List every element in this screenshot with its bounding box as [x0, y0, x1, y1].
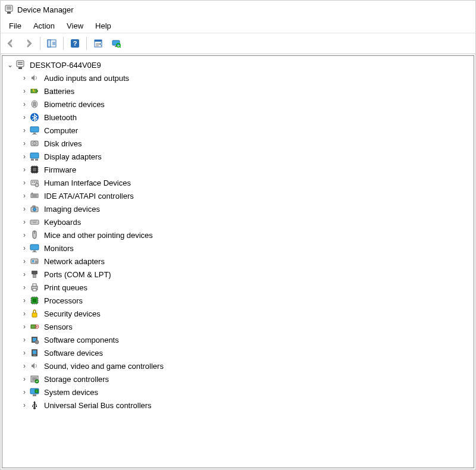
expander-icon[interactable]: ⌄	[6, 61, 14, 69]
tree-category-label: Bluetooth	[43, 112, 78, 123]
tree-category-label: Ports (COM & LPT)	[43, 270, 112, 280]
expander-icon[interactable]: ›	[20, 270, 29, 278]
tree-category-node[interactable]: ›Processors	[2, 294, 474, 307]
expander-icon[interactable]: ›	[20, 126, 29, 134]
expander-icon[interactable]: ›	[20, 296, 29, 305]
expander-icon[interactable]: ›	[20, 388, 29, 396]
camera-icon	[30, 204, 39, 214]
svg-rect-19	[37, 90, 38, 92]
tree-category-node[interactable]: ›Print queues	[2, 281, 474, 294]
tree-category-node[interactable]: ›Mice and other pointing devices	[2, 228, 474, 242]
expander-icon[interactable]: ›	[20, 309, 29, 318]
tree-category-node[interactable]: ›System devices	[2, 386, 474, 399]
speaker-icon	[30, 73, 39, 83]
tree-category-node[interactable]: ›Disk drives	[2, 137, 474, 150]
svg-rect-30	[35, 159, 38, 161]
tree-category-node[interactable]: ›Computer	[2, 124, 474, 137]
svg-rect-3	[7, 12, 11, 14]
expander-icon[interactable]: ›	[20, 349, 29, 357]
tree-category-node[interactable]: ›Biometric devices	[2, 98, 474, 111]
titlebar: Device Manager	[1, 1, 475, 18]
menu-file[interactable]: File	[3, 20, 27, 32]
expander-icon[interactable]: ›	[20, 205, 29, 213]
tree-category-node[interactable]: ›Audio inputs and outputs	[2, 71, 474, 84]
svg-rect-24	[32, 134, 37, 134]
scan-hardware-button[interactable]	[108, 36, 124, 51]
expander-icon[interactable]: ›	[20, 139, 29, 148]
forward-arrow-icon	[24, 39, 33, 48]
expander-icon[interactable]: ›	[20, 336, 29, 344]
sensor-icon	[30, 322, 39, 331]
tree-category-label: Processors	[43, 296, 84, 306]
expander-icon[interactable]: ›	[20, 362, 29, 370]
tree-category-node[interactable]: ›Keyboards	[2, 215, 474, 228]
tree-category-label: Storage controllers	[43, 374, 110, 384]
device-tree[interactable]: ⌄ DESKTOP-644V0E9 ›Audio inputs and outp…	[2, 55, 474, 468]
tree-category-node[interactable]: ›Human Interface Devices	[2, 176, 474, 189]
expander-icon[interactable]: ›	[20, 152, 29, 161]
svg-rect-71	[35, 390, 38, 393]
tree-category-node[interactable]: ›Display adapters	[2, 150, 474, 163]
tree-category-label: Firmware	[43, 165, 77, 175]
tree-category-node[interactable]: ›Sensors	[2, 320, 474, 333]
expander-icon[interactable]: ›	[20, 283, 29, 292]
menubar: File Action View Help	[1, 18, 475, 33]
window-title: Device Manager	[17, 5, 74, 14]
tree-category-node[interactable]: ›Network adapters	[2, 255, 474, 268]
expander-icon[interactable]: ›	[20, 218, 29, 226]
tree-category-node[interactable]: ›Software components	[2, 333, 474, 346]
tree-category-node[interactable]: ›Ports (COM & LPT)	[2, 268, 474, 281]
tree-root-node[interactable]: ⌄ DESKTOP-644V0E9	[2, 58, 474, 71]
expander-icon[interactable]: ›	[20, 257, 29, 265]
svg-rect-49	[32, 260, 34, 262]
expander-icon[interactable]: ›	[20, 244, 29, 252]
help-icon: ?	[70, 39, 80, 48]
tree-category-node[interactable]: ›Monitors	[2, 242, 474, 255]
expander-icon[interactable]: ›	[20, 113, 29, 121]
forward-button[interactable]	[21, 36, 36, 51]
expander-icon[interactable]: ›	[20, 322, 29, 331]
menu-action[interactable]: Action	[27, 20, 61, 32]
properties-button[interactable]	[90, 36, 106, 51]
display-adapter-icon	[30, 152, 39, 161]
expander-icon[interactable]: ›	[20, 87, 29, 95]
expander-icon[interactable]: ›	[20, 375, 29, 383]
back-button[interactable]	[3, 36, 18, 51]
system-icon	[30, 387, 39, 397]
menu-view[interactable]: View	[61, 20, 89, 32]
tree-category-node[interactable]: ›Imaging devices	[2, 202, 474, 215]
expander-icon[interactable]: ›	[20, 178, 29, 187]
tree-category-node[interactable]: ›Software devices	[2, 346, 474, 359]
expander-icon[interactable]: ›	[20, 100, 29, 108]
svg-line-13	[120, 46, 121, 48]
toolbar-separator	[63, 37, 64, 50]
svg-rect-29	[31, 159, 34, 161]
expander-icon[interactable]: ›	[20, 165, 29, 174]
expander-icon[interactable]: ›	[20, 192, 29, 200]
help-button[interactable]: ?	[67, 36, 83, 51]
tree-category-label: Universal Serial Bus controllers	[43, 400, 153, 411]
show-hide-tree-button[interactable]	[44, 36, 60, 51]
back-arrow-icon	[6, 39, 15, 48]
tree-category-label: Software components	[43, 335, 120, 345]
tree-category-node[interactable]: ›Bluetooth	[2, 111, 474, 124]
tree-category-node[interactable]: ›Security devices	[2, 307, 474, 320]
tree-category-label: IDE ATA/ATAPI controllers	[43, 191, 135, 201]
svg-rect-17	[18, 67, 22, 69]
network-icon	[30, 256, 39, 266]
expander-icon[interactable]: ›	[20, 401, 29, 409]
tree-category-node[interactable]: ›Firmware	[2, 163, 474, 176]
expander-icon[interactable]: ›	[20, 74, 29, 82]
expander-icon[interactable]: ›	[20, 231, 29, 239]
tree-category-node[interactable]: ›IDE ATA/ATAPI controllers	[2, 189, 474, 202]
tree-category-label: Print queues	[43, 283, 89, 293]
tree-category-node[interactable]: ›Storage controllers	[2, 372, 474, 386]
svg-rect-1	[7, 7, 11, 8]
tree-category-label: Audio inputs and outputs	[43, 73, 130, 83]
menu-help[interactable]: Help	[89, 20, 117, 32]
svg-rect-53	[33, 284, 36, 286]
tree-root-label: DESKTOP-644V0E9	[29, 60, 102, 70]
tree-category-node[interactable]: ›Batteries	[2, 84, 474, 98]
tree-category-node[interactable]: ›Sound, video and game controllers	[2, 359, 474, 372]
tree-category-node[interactable]: ›Universal Serial Bus controllers	[2, 399, 474, 412]
